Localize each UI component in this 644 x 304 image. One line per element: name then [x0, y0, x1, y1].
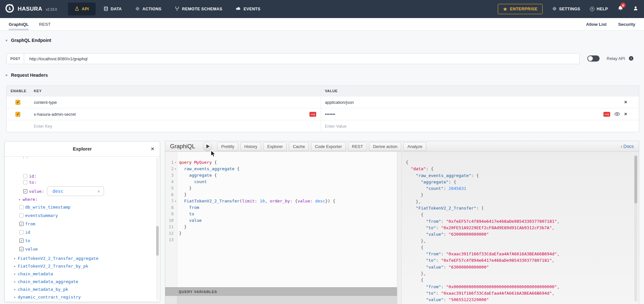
value-input-placeholder[interactable]: Enter Value	[325, 124, 346, 129]
explorer-scrollbar-thumb[interactable]	[156, 226, 159, 256]
pane-resize-handle[interactable]	[397, 152, 402, 304]
field-checkbox[interactable]	[19, 222, 24, 226]
nav-item-label: EVENTS	[243, 7, 260, 11]
key-input[interactable]: x-hasura-admin-secret	[34, 112, 76, 117]
nav-item-data[interactable]: DATA	[97, 0, 128, 18]
code-text: count	[177, 179, 207, 185]
query-editor[interactable]: 1▾query MyQuery {2▾ raw_events_aggregate…	[165, 152, 397, 304]
endpoint-url-input[interactable]: http://localhost:8080/v1/graphql	[24, 53, 580, 64]
explorer-item-from[interactable]: from	[19, 220, 35, 228]
explorer-item-chain_metadata[interactable]: ▸chain_metadata	[14, 270, 53, 278]
arg-checkbox[interactable]	[23, 189, 27, 193]
explorer-item-db_write_timestamp[interactable]: db_write_timestamp	[19, 203, 71, 211]
toolbar-button-history[interactable]: History	[241, 142, 261, 151]
tab-allow-list[interactable]: Allow List	[586, 18, 607, 30]
nav-item-api[interactable]: API	[68, 3, 96, 15]
toolbar-button-prettify[interactable]: Prettify	[217, 142, 238, 151]
explorer-item-value[interactable]: value:desc∨	[23, 186, 104, 196]
request-headers-section-header[interactable]: ∨ Request Headers	[5, 73, 48, 78]
line-number: 6	[165, 191, 174, 198]
sort-direction-dropdown[interactable]: desc∨	[47, 186, 104, 196]
explorer-item-chain_metadata_by_pk[interactable]: ▸chain_metadata_by_pk	[14, 285, 68, 293]
field-checkbox[interactable]	[19, 230, 24, 234]
explorer-item-dynamic_contract_registry_aggregate[interactable]: ▸dynamic_contract_registry_aggregate	[14, 301, 106, 302]
field-checkbox[interactable]	[19, 239, 24, 243]
field-checkbox[interactable]	[19, 247, 24, 251]
chevron-down-icon: ∨	[5, 39, 8, 42]
mask-value-icon[interactable]: •••|	[309, 112, 316, 117]
tab-security[interactable]: Security	[618, 18, 635, 30]
eye-icon[interactable]	[614, 112, 620, 116]
explorer-item-FiatTokenV2_2_Transfer_aggregate[interactable]: ▸FiatTokenV2_2_Transfer_aggregate	[14, 254, 98, 262]
explorer-item-to[interactable]: to:	[23, 179, 36, 185]
mask-value-icon[interactable]: •••|	[603, 112, 610, 117]
value-input[interactable]: •••••••	[325, 112, 335, 117]
query-variables-bar[interactable]: QUERY VARIABLES	[165, 287, 397, 296]
graphql-endpoint-section-header[interactable]: ∨ GraphQL Endpoint	[5, 38, 51, 43]
fold-arrow-icon[interactable]: ▾	[174, 166, 177, 172]
key-input-placeholder[interactable]: Enter Key	[34, 124, 52, 129]
enterprise-button[interactable]: ★ ENTERPRISE	[498, 4, 543, 14]
toolbar-button-explorer[interactable]: Explorer	[263, 142, 287, 151]
explorer-item-id[interactable]: id	[19, 228, 30, 236]
field-checkbox[interactable]	[23, 157, 27, 159]
info-icon[interactable]: i	[629, 56, 633, 61]
nav-item-actions[interactable]: ACTIONS	[128, 0, 168, 18]
hasura-logo[interactable]: λ HASURA v2.23.0	[5, 3, 57, 15]
notifications-button[interactable]: 8	[618, 5, 623, 13]
explorer-item-to[interactable]: to	[19, 236, 30, 245]
enable-checkbox[interactable]	[15, 100, 20, 105]
fold-gutter	[174, 204, 177, 211]
arg-checkbox[interactable]	[23, 174, 27, 178]
explorer-item-eventsSummary[interactable]: eventsSummary	[19, 211, 58, 220]
nav-item-remote-schemas[interactable]: REMOTE SCHEMAS	[168, 0, 229, 18]
field-label: value	[25, 247, 38, 251]
nav-menu: API DATA ACTIONS REMOTE SCHEMAS	[67, 0, 267, 18]
toolbar-button-derive-action[interactable]: Derive action	[369, 142, 401, 151]
response-line: }	[406, 192, 559, 198]
remove-header-icon[interactable]: ✕	[624, 112, 627, 116]
explorer-item-id[interactable]: id:	[23, 173, 36, 179]
user-menu-button[interactable]	[633, 6, 638, 12]
explorer-item-where[interactable]: ▸where:	[19, 196, 38, 203]
explorer-item-dynamic_contract_registry[interactable]: ▸dynamic_contract_registry	[14, 293, 81, 301]
toolbar-button-analyze[interactable]: Analyze	[403, 142, 426, 151]
execute-query-button[interactable]	[203, 142, 212, 151]
relay-api-toggle[interactable]	[587, 55, 600, 62]
value-cell: Enter Value	[321, 120, 639, 132]
line-number: 4	[165, 179, 174, 185]
explorer-item-chain_metadata_aggregate[interactable]: ▸chain_metadata_aggregate	[14, 278, 78, 285]
toolbar-button-cache[interactable]: Cache	[289, 142, 309, 151]
fold-arrow-icon[interactable]: ▾	[174, 198, 177, 204]
line-number: 5	[165, 185, 174, 191]
help-button[interactable]: ? HELP	[590, 7, 608, 11]
explorer-item-FiatTokenV2_2_Transfer_by_pk[interactable]: ▸FiatTokenV2_2_Transfer_by_pk	[14, 262, 88, 270]
explorer-partial-row	[23, 157, 29, 159]
field-checkbox[interactable]	[19, 213, 24, 218]
remove-header-icon[interactable]: ✕	[624, 100, 627, 104]
close-icon[interactable]: ✕	[150, 146, 155, 152]
field-checkbox[interactable]	[19, 205, 24, 209]
nav-item-events[interactable]: EVENTS	[229, 0, 267, 18]
settings-label: SETTINGS	[559, 7, 580, 11]
header-row: content-typeapplication/json✕	[7, 96, 639, 108]
version-label: v2.23.0	[46, 7, 57, 11]
docs-toggle[interactable]: ‹ Docs	[621, 144, 634, 149]
query-variables-editor[interactable]	[165, 296, 397, 304]
explorer-item-value[interactable]: value	[19, 245, 38, 253]
tab-rest[interactable]: REST	[39, 18, 51, 30]
key-input[interactable]: content-type	[34, 100, 57, 105]
enable-checkbox[interactable]	[15, 112, 20, 117]
toolbar-button-code-exporter[interactable]: Code Exporter	[311, 142, 346, 151]
fold-arrow-icon[interactable]: ▾	[174, 159, 177, 166]
arg-checkbox[interactable]	[23, 180, 27, 184]
toolbar-button-rest[interactable]: REST	[348, 142, 367, 151]
code-text: FiatTokenV2_2_Transfer(limit: 10, order_…	[177, 198, 335, 204]
tab-graphiql[interactable]: GraphiQL	[9, 18, 29, 30]
value-input[interactable]: application/json	[325, 100, 354, 105]
response-line: "from": "0xfeEF57c4f894e6417e468aDe98543…	[406, 218, 559, 225]
response-scrollbar-thumb[interactable]	[634, 156, 637, 203]
settings-button[interactable]: SETTINGS	[552, 6, 580, 12]
collapsed-arrow-icon: ▸	[14, 257, 16, 260]
code-text: raw_events_aggregate {	[177, 166, 240, 172]
